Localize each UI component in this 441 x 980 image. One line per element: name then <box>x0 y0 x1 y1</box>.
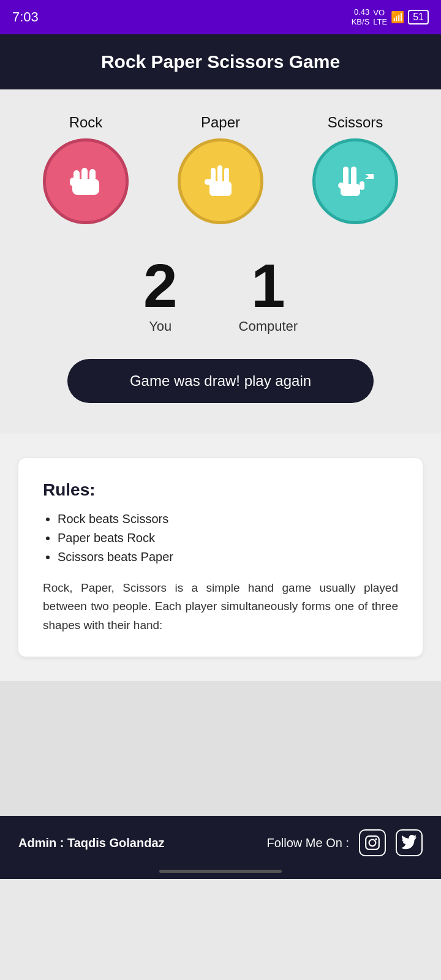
rules-list: Rock beats Scissors Paper beats Rock Sci… <box>43 512 398 564</box>
status-time: 7:03 <box>12 9 39 25</box>
battery-icon: 51 <box>408 10 429 24</box>
svg-rect-8 <box>217 165 222 184</box>
choice-rock-circle[interactable] <box>43 138 129 224</box>
svg-rect-4 <box>89 169 96 181</box>
rule-item-3: Scissors beats Paper <box>58 550 398 564</box>
twitter-icon <box>401 835 417 851</box>
choice-scissors-label: Scissors <box>328 114 383 131</box>
score-you-number: 2 <box>143 255 178 316</box>
svg-rect-13 <box>351 167 356 187</box>
choice-rock-label: Rock <box>69 114 103 131</box>
choice-paper-label: Paper <box>201 114 240 131</box>
follow-label: Follow Me On : <box>267 836 349 850</box>
choice-scissors-circle[interactable] <box>312 138 398 224</box>
svg-rect-15 <box>338 183 344 189</box>
svg-rect-9 <box>224 168 229 184</box>
choices-row: Rock <box>18 114 423 224</box>
app-title: Rock Paper Scissors Game <box>12 51 429 72</box>
score-computer: 1 Computer <box>239 255 298 334</box>
status-icons: 0.43KB/S VOLTE 📶 51 <box>352 7 429 26</box>
scroll-bar <box>159 870 282 873</box>
rock-icon <box>61 157 110 206</box>
admin-label: Admin : <box>18 836 67 850</box>
footer-social: Follow Me On : <box>267 829 423 856</box>
game-area: Rock <box>0 89 441 434</box>
signal-icon: 📶 <box>391 10 404 24</box>
choice-paper[interactable]: Paper <box>178 114 263 224</box>
gray-footer-area <box>0 681 441 816</box>
score-section: 2 You 1 Computer <box>18 255 423 334</box>
paper-icon <box>196 157 245 206</box>
score-you-label: You <box>149 318 172 334</box>
twitter-button[interactable] <box>396 829 423 856</box>
svg-point-19 <box>375 839 377 840</box>
white-section: Rules: Rock beats Scissors Paper beats R… <box>0 434 441 681</box>
score-computer-number: 1 <box>251 255 285 316</box>
svg-marker-16 <box>365 174 374 179</box>
svg-rect-17 <box>366 836 379 850</box>
svg-point-18 <box>369 840 376 846</box>
scroll-indicator <box>0 870 441 879</box>
bottom-footer: Admin : Taqdis Golandaz Follow Me On : <box>0 816 441 870</box>
svg-rect-14 <box>360 181 364 190</box>
scissors-icon <box>331 157 380 206</box>
footer-admin: Admin : Taqdis Golandaz <box>18 836 165 850</box>
score-you: 2 You <box>143 255 178 334</box>
rules-description: Rock, Paper, Scissors is a simple hand g… <box>43 579 398 635</box>
rules-title: Rules: <box>43 480 398 500</box>
svg-rect-3 <box>81 168 88 181</box>
rule-item-1: Rock beats Scissors <box>58 512 398 526</box>
score-computer-label: Computer <box>239 318 298 334</box>
choice-paper-circle[interactable] <box>178 138 263 224</box>
admin-name: Taqdis Golandaz <box>67 836 165 850</box>
network-speed: 0.43KB/S <box>352 7 370 26</box>
instagram-icon <box>364 835 380 851</box>
choice-scissors[interactable]: Scissors <box>312 114 398 224</box>
rule-item-2: Paper beats Rock <box>58 531 398 545</box>
lte-label: VOLTE <box>373 8 387 26</box>
status-bar: 7:03 0.43KB/S VOLTE 📶 51 <box>0 0 441 34</box>
svg-rect-5 <box>70 178 76 186</box>
play-again-button[interactable]: Game was draw! play again <box>67 359 374 403</box>
rules-card: Rules: Rock beats Scissors Paper beats R… <box>18 458 423 657</box>
svg-rect-10 <box>205 179 212 185</box>
app-header: Rock Paper Scissors Game <box>0 34 441 89</box>
choice-rock[interactable]: Rock <box>43 114 129 224</box>
instagram-button[interactable] <box>359 829 386 856</box>
